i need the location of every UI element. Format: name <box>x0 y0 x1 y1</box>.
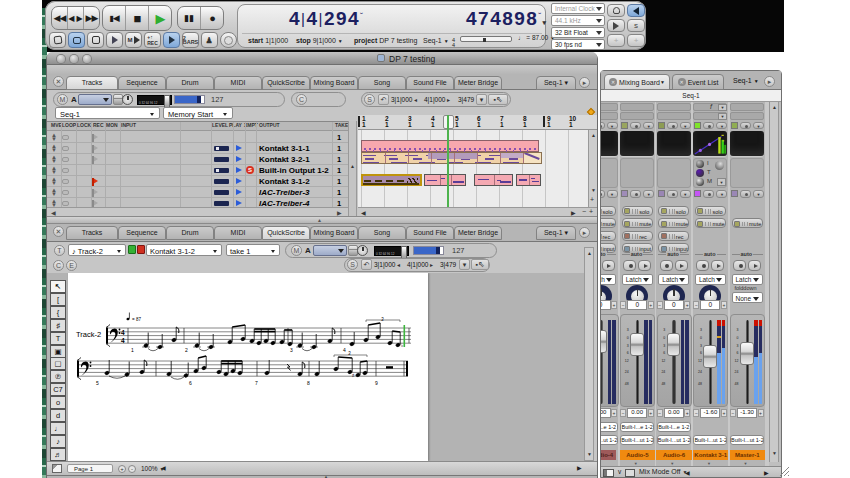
svg-text:1: 1 <box>131 347 134 353</box>
svg-text:3: 3 <box>381 317 384 322</box>
svg-text:9: 9 <box>375 380 378 386</box>
svg-text:6: 6 <box>189 380 192 386</box>
svg-text:♭: ♭ <box>401 342 403 348</box>
svg-text:= 87: = 87 <box>132 317 141 322</box>
svg-text:Track-2: Track-2 <box>76 330 101 339</box>
svg-text:♯: ♯ <box>352 373 355 378</box>
svg-text:4: 4 <box>121 337 125 344</box>
svg-text:4: 4 <box>121 329 125 336</box>
svg-text:7: 7 <box>255 380 258 386</box>
svg-text:8: 8 <box>307 380 310 386</box>
svg-text:5: 5 <box>96 380 99 386</box>
svg-text:3: 3 <box>290 347 293 353</box>
svg-text:4: 4 <box>343 347 346 353</box>
svg-text:2: 2 <box>185 347 188 353</box>
